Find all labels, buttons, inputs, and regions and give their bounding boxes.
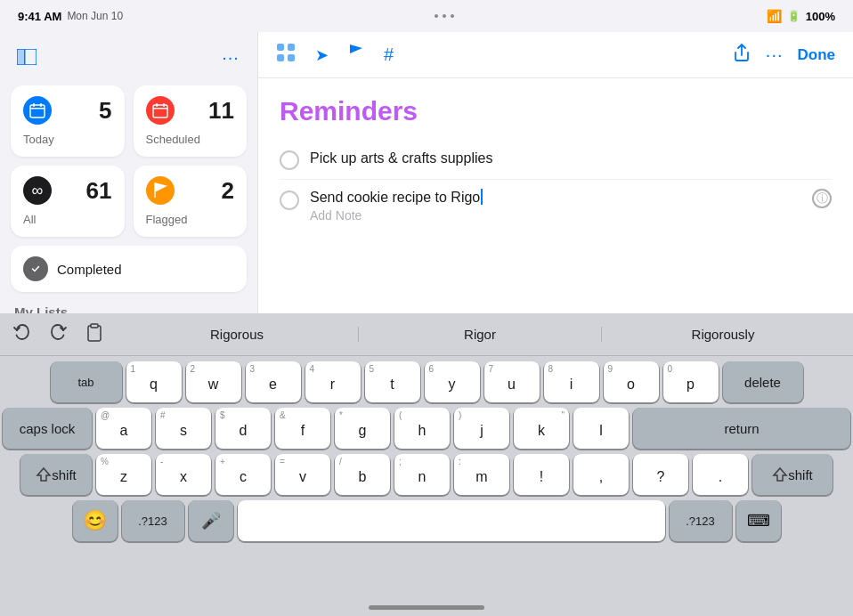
shift-left-key[interactable]: shift (20, 454, 92, 495)
completed-icon (23, 256, 48, 281)
key-v[interactable]: = v (275, 454, 330, 495)
today-card-row: 10 5 (23, 96, 112, 125)
reminder-info-icon-2[interactable]: ⓘ (812, 189, 832, 208)
reminders-title: Reminders (280, 96, 832, 126)
reminder-item-2[interactable]: Send cookie recipe to Rigo Add Note ⓘ (280, 180, 832, 231)
numbers-key-left[interactable]: .?123 (122, 500, 184, 541)
key-h[interactable]: ( h (394, 408, 450, 449)
toolbar-share-icon[interactable] (732, 43, 751, 67)
key-c[interactable]: + c (215, 454, 271, 495)
toolbar-more-icon[interactable]: ··· (766, 45, 784, 65)
suggestion-1[interactable]: Rigor (359, 327, 602, 342)
key-q[interactable]: 1 q (126, 361, 182, 402)
smart-list-all[interactable]: ∞ 61 All (11, 166, 125, 237)
completed-label: Completed (57, 262, 122, 277)
add-note-placeholder[interactable]: Add Note (310, 208, 801, 223)
key-m[interactable]: : m (454, 454, 509, 495)
dot2 (443, 14, 446, 18)
microphone-key[interactable]: 🎤 (189, 500, 233, 541)
sidebar-toggle-button[interactable] (14, 45, 39, 69)
key-r[interactable]: 4 r (305, 361, 361, 402)
suggestion-0[interactable]: Rigorous (116, 327, 359, 342)
key-u[interactable]: 7 u (484, 361, 540, 402)
key-z[interactable]: % z (96, 454, 151, 495)
keyboard-area: Rigorous Rigor Rigorously tab 1 q 2 w 3 … (0, 313, 853, 616)
all-card-row: ∞ 61 (23, 176, 112, 205)
clipboard-button[interactable] (82, 319, 107, 350)
status-time: 9:41 AM (18, 10, 61, 23)
done-button[interactable]: Done (798, 46, 836, 64)
redo-button[interactable] (45, 319, 71, 350)
key-n[interactable]: ; n (394, 454, 450, 495)
reminder-text-1: Pick up arts & crafts supplies (310, 150, 492, 166)
key-o[interactable]: 9 o (604, 361, 659, 402)
suggestion-2[interactable]: Rigorously (602, 327, 844, 342)
reminder-checkbox-1[interactable] (280, 150, 299, 170)
svg-rect-14 (288, 44, 295, 51)
key-comma[interactable]: , (573, 454, 629, 495)
emoji-key[interactable]: 😊 (73, 500, 118, 541)
key-s[interactable]: # s (156, 408, 211, 449)
today-count: 5 (99, 97, 111, 125)
numbers-key-right[interactable]: .?123 (670, 500, 732, 541)
key-g[interactable]: * g (335, 408, 390, 449)
sidebar-ellipsis-button[interactable]: ··· (218, 45, 243, 69)
key-row-3: shift % z - x + c = v / b ; (3, 454, 850, 495)
smart-list-flagged[interactable]: 2 Flagged (134, 166, 248, 237)
all-icon: ∞ (23, 176, 52, 205)
key-f[interactable]: & f (275, 408, 330, 449)
key-a[interactable]: @ a (96, 408, 151, 449)
svg-rect-4 (33, 103, 35, 107)
key-i[interactable]: 8 i (544, 361, 599, 402)
undo-button[interactable] (9, 319, 36, 350)
autocomplete-suggestions: Rigorous Rigor Rigorously (116, 327, 844, 342)
toolbar-grid-icon[interactable] (276, 43, 296, 67)
smart-list-scheduled[interactable]: 11 Scheduled (134, 85, 248, 157)
wifi-icon: 📶 (767, 9, 782, 23)
key-e[interactable]: 3 e (246, 361, 301, 402)
key-j[interactable]: ) j (454, 408, 509, 449)
key-b[interactable]: / b (335, 454, 390, 495)
key-y[interactable]: 6 y (425, 361, 480, 402)
key-row-1: tab 1 q 2 w 3 e 4 r 5 t 6 (3, 361, 850, 402)
caps-lock-key[interactable]: caps lock (3, 408, 92, 449)
key-k[interactable]: " k (514, 408, 569, 449)
undo-redo-controls (9, 319, 71, 350)
svg-rect-18 (91, 324, 98, 328)
reminder-item-1[interactable]: Pick up arts & crafts supplies (280, 141, 832, 180)
text-cursor (481, 189, 483, 205)
svg-text:10: 10 (34, 110, 41, 117)
battery-icon: 🔋 (787, 10, 800, 22)
smart-list-today[interactable]: 10 5 Today (11, 85, 125, 157)
key-exclaim[interactable]: ! (514, 454, 569, 495)
toolbar-hash-icon[interactable]: # (384, 45, 394, 65)
key-l[interactable]: l (573, 408, 629, 449)
key-period[interactable]: . (693, 454, 748, 495)
tab-key[interactable]: tab (51, 361, 122, 402)
reminder-text-block-2: Send cookie recipe to Rigo Add Note (310, 189, 801, 223)
flagged-icon (146, 176, 175, 205)
key-question[interactable]: ? (633, 454, 688, 495)
keyboard-dismiss-key[interactable]: ⌨ (736, 500, 781, 541)
svg-rect-2 (24, 49, 26, 65)
key-t[interactable]: 5 t (365, 361, 420, 402)
key-d[interactable]: $ d (215, 408, 271, 449)
space-key[interactable] (238, 500, 665, 541)
today-icon: 10 (23, 96, 52, 125)
flagged-count: 2 (222, 177, 234, 205)
toolbar-flag-icon[interactable] (348, 43, 364, 67)
scheduled-icon (146, 96, 175, 125)
delete-key[interactable]: delete (723, 361, 803, 402)
today-label: Today (23, 133, 112, 146)
smart-list-completed[interactable]: Completed (11, 246, 247, 292)
toolbar-location-icon[interactable]: ➤ (315, 45, 329, 65)
key-p[interactable]: 0 p (663, 361, 719, 402)
status-date: Mon Jun 10 (67, 10, 123, 22)
key-w[interactable]: 2 w (186, 361, 241, 402)
return-key[interactable]: return (633, 408, 850, 449)
reminder-text-value-2: Send cookie recipe to Rigo (310, 190, 480, 205)
all-count: 61 (86, 177, 112, 205)
key-x[interactable]: - x (156, 454, 211, 495)
shift-right-key[interactable]: shift (752, 454, 833, 495)
reminder-checkbox-2[interactable] (280, 190, 299, 210)
